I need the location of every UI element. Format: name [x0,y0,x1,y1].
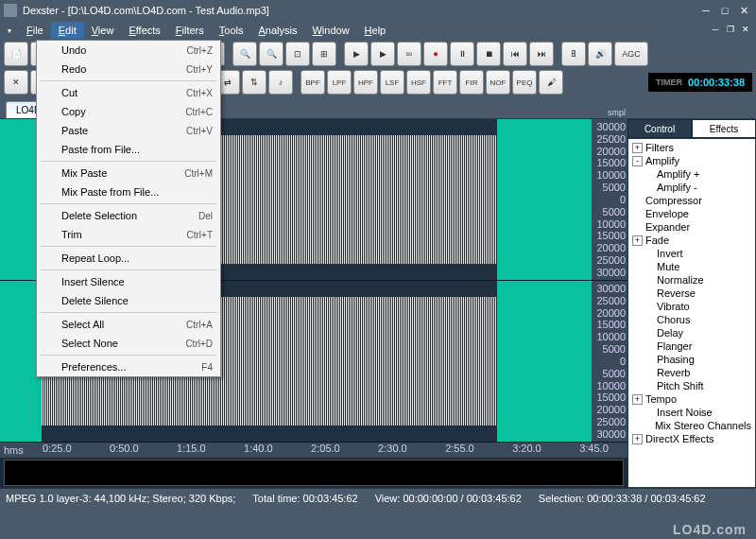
menu-tools[interactable]: Tools [212,22,251,39]
minimize-button[interactable]: ─ [697,4,714,17]
mixer-icon[interactable]: 🎚 [561,42,586,66]
tree-item-invert[interactable]: Invert [630,247,753,260]
close-button[interactable]: ✕ [735,4,752,17]
tab-effects[interactable]: Effects [692,119,756,138]
overview-bar[interactable] [4,460,624,486]
menuitem-preferences-[interactable]: Preferences...F4 [37,357,220,376]
tree-item-tempo[interactable]: +Tempo [630,392,753,406]
menu-window[interactable]: Window [304,22,356,39]
tree-item-vibrato[interactable]: Vibrato [630,300,753,313]
loop-icon[interactable]: ∞ [397,42,421,66]
tree-item-insert-noise[interactable]: Insert Noise [630,406,753,419]
menu-help[interactable]: Help [357,22,394,39]
menuitem-undo[interactable]: UndoCtrl+Z [37,41,220,60]
up-down-icon[interactable]: ⇅ [242,70,266,95]
menuitem-redo[interactable]: RedoCtrl+Y [37,60,220,78]
agc-button[interactable]: AGC [614,42,648,66]
expand-icon[interactable]: + [632,235,643,246]
filter-bpf-button[interactable]: BPF [301,70,325,95]
speaker-icon[interactable]: 🔊 [588,42,612,66]
menuitem-cut[interactable]: CutCtrl+X [37,83,220,102]
note-icon[interactable]: ♪ [268,70,293,95]
filter-lpf-button[interactable]: LPF [327,70,352,95]
menu-effects[interactable]: Effects [121,22,167,39]
filter-peq-button[interactable]: PEQ [512,70,537,95]
menuitem-delete-selection[interactable]: Delete SelectionDel [37,206,220,225]
tree-item-pitch-shift[interactable]: Pitch Shift [630,379,753,392]
menuitem-label: Paste from File... [61,144,213,155]
tree-item-normalize[interactable]: Normalize [630,273,753,287]
menuitem-trim[interactable]: TrimCtrl+T [37,225,220,244]
amp-tick: 25000 [593,295,626,306]
expand-icon[interactable]: + [632,434,643,444]
doc-close-button[interactable]: ✕ [739,25,752,36]
menu-file[interactable]: File [19,22,51,39]
menuitem-select-all[interactable]: Select AllCtrl+A [37,315,220,334]
system-menu-icon[interactable]: ▾ [4,25,15,36]
effects-tree[interactable]: +Filters-AmplifyAmplify +Amplify -Compre… [627,138,756,488]
menu-analysis[interactable]: Analysis [250,22,304,39]
amplitude-scale-left: smpl 30000250002000015000100005000050001… [592,119,627,280]
filter-fir-button[interactable]: FIR [459,70,484,95]
filter-nof-button[interactable]: NOF [486,70,510,95]
tree-item-expander[interactable]: Expander [630,220,753,234]
tab-control[interactable]: Control [627,119,692,138]
menuitem-delete-silence[interactable]: Delete Silence [37,291,220,310]
shuffle-icon[interactable]: ✕ [4,70,28,95]
tree-item-amplify-[interactable]: Amplify - [630,181,753,194]
menuitem-insert-silence[interactable]: Insert Silence [37,272,220,291]
zoom-fit-icon[interactable]: ⊡ [285,42,310,66]
filter-lsf-button[interactable]: LSF [380,70,404,95]
expand-icon[interactable]: + [632,143,643,153]
menuitem-mix-paste[interactable]: Mix PasteCtrl+M [37,164,220,183]
paint-icon[interactable]: 🖌 [539,70,563,95]
zoom-in-icon[interactable]: 🔍 [232,42,257,66]
menuitem-repeat-loop-[interactable]: Repeat Loop... [37,249,220,268]
expand-icon[interactable]: + [632,394,643,405]
expand-icon[interactable]: - [632,156,643,166]
new-icon[interactable]: 📄 [4,42,28,66]
tree-item-chorus[interactable]: Chorus [630,313,753,326]
zoom-out-icon[interactable]: 🔍 [259,42,284,66]
tree-item-flanger[interactable]: Flanger [630,339,753,353]
time-ruler[interactable]: hms 0:25.00:50.01:15.01:40.02:05.02:30.0… [0,443,627,458]
menuitem-paste-from-file-[interactable]: Paste from File... [37,140,220,159]
tree-item-fade[interactable]: +Fade [630,234,753,247]
menuitem-copy[interactable]: CopyCtrl+C [37,102,220,121]
skip-end-icon[interactable]: ⏭ [529,42,554,66]
menu-filters[interactable]: Filters [168,22,212,39]
menuitem-mix-paste-from-file-[interactable]: Mix Paste from File... [37,183,220,201]
tree-item-mix-stereo-channels[interactable]: Mix Stereo Channels [630,419,753,432]
tree-item-mute[interactable]: Mute [630,260,753,273]
tree-item-phasing[interactable]: Phasing [630,353,753,366]
tree-item-filters[interactable]: +Filters [630,141,753,154]
play-icon[interactable]: ▶ [344,42,369,66]
tree-item-envelope[interactable]: Envelope [630,207,753,220]
tree-item-amplify[interactable]: -Amplify [630,154,753,167]
tree-item-reverse[interactable]: Reverse [630,287,753,300]
pause-icon[interactable]: ⏸ [450,42,474,66]
menu-view[interactable]: View [84,22,122,39]
play-loop-icon[interactable]: ▶ [370,42,395,66]
skip-start-icon[interactable]: ⏮ [503,42,527,66]
tree-item-amplify-[interactable]: Amplify + [630,167,753,181]
menuitem-select-none[interactable]: Select NoneCtrl+D [37,334,220,353]
record-icon[interactable]: ● [423,42,448,66]
menuitem-shortcut: Ctrl+Y [186,64,213,75]
tree-item-compressor[interactable]: Compressor [630,194,753,207]
doc-restore-button[interactable]: ❐ [724,25,737,36]
tree-item-reverb[interactable]: Reverb [630,366,753,379]
zoom-sel-icon[interactable]: ⊞ [312,42,336,66]
doc-minimize-button[interactable]: ─ [709,25,722,36]
tree-item-delay[interactable]: Delay [630,326,753,339]
filter-hsf-button[interactable]: HSF [406,70,431,95]
menu-separator [41,246,216,247]
maximize-button[interactable]: □ [716,4,733,17]
menu-edit[interactable]: Edit [51,22,84,39]
stop-icon[interactable]: ⏹ [476,42,501,66]
filter-hpf-button[interactable]: HPF [353,70,378,95]
menuitem-label: Redo [61,63,186,75]
filter-fft-button[interactable]: FFT [433,70,457,95]
menuitem-paste[interactable]: PasteCtrl+V [37,121,220,140]
tree-item-directx-effects[interactable]: +DirectX Effects [630,432,753,445]
